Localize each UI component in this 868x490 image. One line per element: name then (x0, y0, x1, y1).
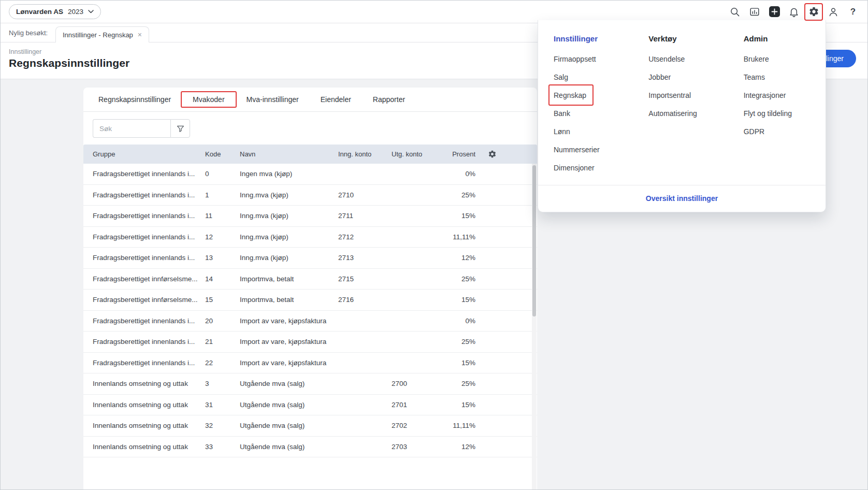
tab-regnskapsinnstillinger[interactable]: Regnskapsinnstillinger (88, 88, 182, 111)
col-prosent[interactable]: Prosent (443, 150, 475, 158)
cell-gruppe: Fradragsberettiget innførselsme... (93, 275, 205, 283)
tab-eiendeler[interactable]: Eiendeler (310, 88, 362, 111)
table-row[interactable]: Fradragsberettiget innførselsme... 14 Im… (83, 269, 537, 290)
cell-kode: 15 (205, 296, 240, 304)
col-inng-konto[interactable]: Inng. konto (338, 150, 392, 158)
tab-mvakoder[interactable]: Mvakoder (182, 88, 235, 111)
cell-prosent: 0% (443, 317, 475, 325)
cell-prosent: 0% (443, 170, 475, 178)
table-row[interactable]: Fradragsberettiget innenlands i... 21 Im… (83, 332, 537, 353)
table-row[interactable]: Innenlands omsetning og uttak 31 Utgåend… (83, 395, 537, 416)
cell-gruppe: Fradragsberettiget innenlands i... (93, 338, 205, 345)
cell-prosent: 25% (443, 275, 475, 283)
cell-navn: Import av vare, kjøpsfaktura (240, 359, 338, 367)
app-window: Lønvarden AS 2023 (0, 0, 868, 490)
scrollbar-thumb[interactable] (532, 165, 536, 316)
cell-kode: 14 (205, 275, 240, 283)
menu-item[interactable]: Teams (744, 68, 765, 86)
cell-prosent: 15% (443, 296, 475, 304)
notifications-button[interactable] (788, 6, 800, 18)
cell-gruppe: Innenlands omsetning og uttak (93, 380, 205, 387)
menu-item[interactable]: Nummerserier (554, 140, 600, 158)
menu-item[interactable]: Flyt og tildeling (744, 104, 792, 122)
chevron-down-icon (88, 10, 94, 13)
menu-item[interactable]: Bank (554, 104, 570, 122)
search-row (83, 112, 537, 145)
cell-gruppe: Fradragsberettiget innenlands i... (93, 191, 205, 199)
add-button[interactable] (768, 6, 780, 18)
close-icon[interactable]: × (138, 31, 142, 38)
table-row[interactable]: Fradragsberettiget innenlands i... 0 Ing… (83, 164, 537, 185)
menu-header-verktoy: Verktøy (648, 34, 743, 43)
search-input[interactable] (93, 119, 170, 138)
settings-menu-columns: Innstillinger FirmaoppsettSalgRegnskapBa… (538, 20, 826, 185)
col-navn[interactable]: Navn (240, 150, 338, 158)
cell-navn: Import av vare, kjøpsfaktura (240, 317, 338, 325)
help-button[interactable]: ? (847, 6, 859, 18)
menu-item[interactable]: Lønn (554, 122, 570, 140)
cell-navn: Inng.mva (kjøp) (240, 233, 338, 241)
col-gruppe[interactable]: Gruppe (93, 150, 205, 158)
menu-column-innstillinger: Innstillinger FirmaoppsettSalgRegnskapBa… (554, 34, 648, 178)
column-settings-gear-icon (488, 150, 497, 158)
table-row[interactable]: Fradragsberettiget innenlands i... 22 Im… (83, 353, 537, 374)
menu-item[interactable]: Firmaoppsett (554, 50, 596, 68)
menu-item[interactable]: Jobber (648, 68, 671, 86)
user-icon (828, 6, 839, 18)
table-row[interactable]: Fradragsberettiget innenlands i... 11 In… (83, 206, 537, 227)
table-row[interactable]: Fradragsberettiget innenlands i... 12 In… (83, 227, 537, 248)
table-row[interactable]: Fradragsberettiget innenlands i... 13 In… (83, 248, 537, 269)
menu-item[interactable]: Salg (554, 68, 568, 86)
cell-kode: 3 (205, 380, 240, 387)
cell-gruppe: Innenlands omsetning og uttak (93, 401, 205, 409)
settings-button[interactable] (807, 6, 820, 18)
table-row[interactable]: Fradragsberettiget innenlands i... 1 Inn… (83, 185, 537, 206)
tab-bar: Regnskapsinnstillinger Mvakoder Mva-inns… (83, 88, 537, 112)
overview-settings-link[interactable]: Oversikt innstillinger (646, 194, 718, 203)
recently-visited-label: Nylig besøkt: (9, 29, 48, 37)
menu-item[interactable]: Utsendelse (648, 50, 685, 68)
cell-gruppe: Fradragsberettiget innenlands i... (93, 254, 205, 262)
column-settings-button[interactable] (475, 150, 537, 158)
cell-gruppe: Fradragsberettiget innenlands i... (93, 233, 205, 241)
user-button[interactable] (827, 6, 840, 18)
cell-gruppe: Fradragsberettiget innenlands i... (93, 170, 205, 178)
menu-item[interactable]: GDPR (744, 122, 764, 140)
cell-navn: Utgående mva (salg) (240, 401, 338, 409)
cell-navn: Inng.mva (kjøp) (240, 212, 338, 220)
table-row[interactable]: Innenlands omsetning og uttak 33 Utgåend… (83, 437, 537, 458)
tab-rapporter[interactable]: Rapporter (362, 88, 416, 111)
company-name: Lønvarden AS (16, 8, 63, 16)
table-body: Fradragsberettiget innenlands i... 0 Ing… (83, 164, 537, 457)
search-button[interactable] (729, 6, 741, 18)
cell-kode: 32 (205, 422, 240, 429)
col-kode[interactable]: Kode (205, 150, 240, 158)
cell-gruppe: Fradragsberettiget innenlands i... (93, 212, 205, 220)
recent-tab-innstillinger-regnskap[interactable]: Innstillinger - Regnskap × (55, 26, 149, 42)
table-header: Gruppe Kode Navn Inng. konto Utg. konto … (83, 145, 537, 164)
cell-utg-konto: 2702 (392, 422, 443, 429)
overview-button[interactable] (748, 6, 761, 18)
table-row[interactable]: Innenlands omsetning og uttak 3 Utgående… (83, 373, 537, 395)
company-selector[interactable]: Lønvarden AS 2023 (9, 4, 101, 19)
cell-prosent: 15% (443, 212, 475, 220)
col-utg-konto[interactable]: Utg. konto (392, 150, 443, 158)
cell-kode: 20 (205, 317, 240, 325)
table-row[interactable]: Fradragsberettiget innførselsme... 15 Im… (83, 290, 537, 311)
table-scrollbar (532, 164, 537, 489)
menu-item[interactable]: Importsentral (648, 86, 691, 104)
tab-mva-innstillinger[interactable]: Mva-innstillinger (236, 88, 310, 111)
overview-icon (749, 6, 760, 18)
menu-item[interactable]: Dimensjoner (554, 158, 595, 177)
filter-button[interactable] (170, 119, 190, 138)
table-row[interactable]: Fradragsberettiget innenlands i... 20 Im… (83, 311, 537, 332)
cell-prosent: 25% (443, 338, 475, 345)
menu-item[interactable]: Automatisering (648, 104, 697, 122)
cell-inng-konto: 2713 (338, 254, 392, 262)
settings-menu-panel: Innstillinger FirmaoppsettSalgRegnskapBa… (538, 20, 826, 212)
table-row[interactable]: Innenlands omsetning og uttak 32 Utgåend… (83, 415, 537, 437)
menu-item[interactable]: Brukere (744, 50, 769, 68)
menu-item[interactable]: Integrasjoner (744, 86, 786, 104)
cell-gruppe: Fradragsberettiget innenlands i... (93, 359, 205, 367)
menu-item[interactable]: Regnskap (554, 86, 586, 104)
